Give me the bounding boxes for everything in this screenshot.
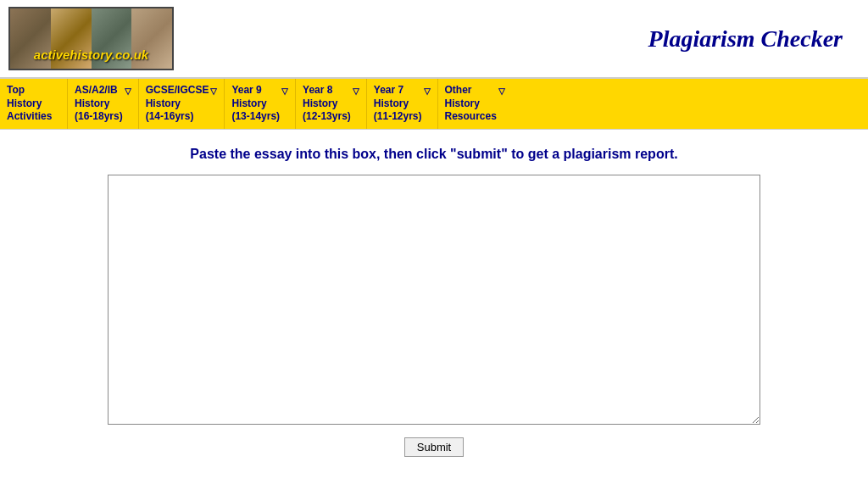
nav-item-top-history[interactable]: TopHistoryActivities [0,79,68,129]
instruction-text: Paste the essay into this box, then clic… [190,147,677,162]
nav-item-label: GCSE/IGCSEHistory(14-16yrs) [146,84,209,124]
main-content: Paste the essay into this box, then clic… [0,130,868,474]
nav-item-gcse-igcse[interactable]: GCSE/IGCSEHistory(14-16yrs)▽ [139,79,225,129]
dropdown-arrow-icon: ▽ [281,86,288,97]
dropdown-arrow-icon: ▽ [424,86,431,97]
nav-item-label: OtherHistoryResources [445,84,497,124]
nav-item-label: Year 8History(12-13yrs) [303,84,351,124]
essay-textarea[interactable] [108,175,760,425]
dropdown-arrow-icon: ▽ [210,86,217,97]
dropdown-arrow-icon: ▽ [498,86,505,97]
page-title: Plagiarism Checker [174,25,860,53]
nav-item-year7[interactable]: Year 7History(11-12yrs)▽ [367,79,438,129]
nav-item-label: AS/A2/IBHistory(16-18yrs) [75,84,123,124]
logo-text: activehistory.co.uk [10,47,172,62]
nav-item-label: Year 7History(11-12yrs) [374,84,422,124]
nav-item-other[interactable]: OtherHistoryResources▽ [438,79,512,129]
nav-item-label: TopHistoryActivities [7,84,60,124]
dropdown-arrow-icon: ▽ [353,86,359,97]
header: activehistory.co.uk Plagiarism Checker [0,0,868,78]
submit-button[interactable]: Submit [404,437,464,457]
submit-section: Submit [404,437,464,457]
logo[interactable]: activehistory.co.uk [8,7,174,70]
nav-item-label: Year 9History(13-14yrs) [231,84,280,124]
nav-bar: TopHistoryActivitiesAS/A2/IBHistory(16-1… [0,78,868,130]
nav-item-as-a2-ib[interactable]: AS/A2/IBHistory(16-18yrs)▽ [68,79,139,129]
nav-item-year8[interactable]: Year 8History(12-13yrs)▽ [296,79,367,129]
dropdown-arrow-icon: ▽ [125,86,131,97]
nav-item-year9[interactable]: Year 9History(13-14yrs)▽ [225,79,296,129]
